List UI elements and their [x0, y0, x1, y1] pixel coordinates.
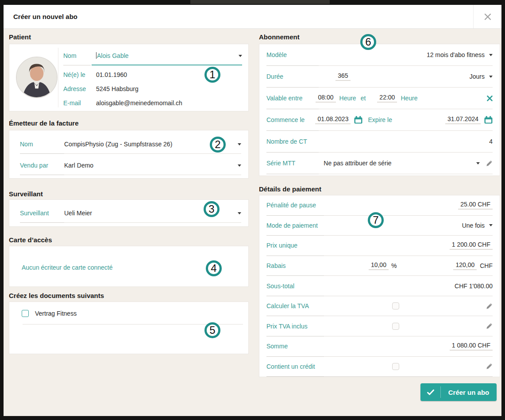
access-card-status: Aucun écriteur de carte connecté [22, 264, 112, 271]
payment-mode-dropdown-caret[interactable] [489, 224, 493, 226]
supervisor-underline [20, 222, 241, 223]
patient-photo [17, 57, 57, 97]
valid-to-unit[interactable]: Heure [401, 95, 417, 102]
vat-incl-row: Prix TVA inclus [266, 316, 493, 336]
unit-price-label: Prix unique [266, 242, 297, 249]
create-subscription-dialog: Créer un nouvel abo Patient [4, 5, 501, 416]
annotation-circle-7: 7 [368, 212, 384, 228]
documents-section-title: Créez les documents suivants [9, 292, 104, 299]
ct-count-label: Nombre de CT [266, 138, 307, 145]
discount-percent-input[interactable]: 10,00 [369, 261, 389, 270]
issuer-seller-value[interactable]: Karl Demo [64, 162, 93, 169]
subtotal-value: CHF 1'080.00 [455, 283, 493, 290]
close-button[interactable] [473, 5, 501, 28]
model-value[interactable]: 12 mois d'abo fitness [427, 51, 485, 58]
model-row: Modèle 12 mois d'abo fitness [266, 44, 493, 66]
valid-and-label: et [361, 95, 366, 102]
discount-percent-unit: % [391, 262, 397, 269]
ct-count-row: Nombre de CT 4 [266, 131, 493, 153]
valid-between-row: Valable entre 08:00 Heure et 22:00 Heure [266, 88, 493, 109]
end-date-input[interactable]: 31.07.2024 [445, 115, 481, 124]
clear-validity-icon[interactable] [487, 95, 493, 101]
vat-incl-edit-icon[interactable] [486, 323, 493, 329]
credit-row: Contient un crédit [266, 357, 493, 377]
duration-unit-dropdown-caret[interactable] [489, 76, 493, 78]
supervisor-section-title: Surveillant [9, 190, 43, 198]
supervisor-dropdown-caret[interactable] [238, 212, 241, 214]
discount-row: Rabais 10,00 % 120,00 CHF [266, 256, 493, 276]
issuer-name-value[interactable]: CompisPhysio (Zug - Sumpfstrasse 26) [64, 141, 172, 148]
patient-name-label: Nom [63, 52, 96, 59]
credit-checkbox[interactable] [392, 363, 399, 370]
end-calendar-icon[interactable] [484, 116, 493, 124]
discount-amount-input[interactable]: 120,00 [453, 261, 477, 270]
start-label: Commence le [266, 116, 305, 123]
document-item-row: Vertrag Fitness [22, 310, 77, 317]
credit-edit-icon[interactable] [486, 363, 493, 370]
mtt-series-row: Série MTT Ne pas attribuer de série [266, 153, 493, 174]
discount-amount-unit: CHF [480, 262, 493, 269]
valid-from-unit[interactable]: Heure [339, 95, 356, 102]
dialog-title: Créer un nouvel abo [13, 5, 77, 29]
start-date-input[interactable]: 01.08.2023 [315, 115, 351, 124]
patient-birth-value: 01.01.1960 [96, 71, 127, 78]
issuer-name-row: Nom CompisPhysio (Zug - Sumpfstrasse 26) [20, 137, 241, 152]
patient-email-value: aloisgable@meinedemomail.ch [96, 99, 182, 107]
duration-label: Durée [266, 73, 283, 80]
dialog-header: Créer un nouvel abo [4, 5, 501, 29]
patient-birth-label: Né(e) le [63, 71, 96, 78]
patient-name-dropdown-caret[interactable] [239, 55, 242, 57]
check-icon [420, 386, 441, 398]
sum-value[interactable]: 1 080.00 CHF [450, 342, 493, 351]
vat-calc-edit-icon[interactable] [486, 303, 493, 309]
valid-from-input[interactable]: 08:00 [316, 94, 335, 103]
sum-row: Somme 1 080.00 CHF [266, 336, 493, 357]
model-label: Modèle [266, 51, 287, 58]
start-calendar-icon[interactable] [354, 116, 362, 124]
duration-unit[interactable]: Jours [470, 73, 485, 80]
issuer-seller-row: Vendu par Karl Demo [20, 158, 241, 173]
vat-calc-row: Calculer la TVA [266, 296, 493, 317]
duration-input[interactable]: 365 [335, 72, 350, 81]
vat-calc-label: Calculer la TVA [266, 302, 309, 309]
ct-count-value[interactable]: 4 [489, 138, 493, 145]
payment-mode-label: Mode de paiement [266, 222, 318, 229]
subtotal-label: Sous-total [266, 283, 294, 290]
screen: Créer un nouvel abo Patient [0, 0, 505, 420]
document-checkbox[interactable] [22, 310, 29, 317]
patient-name-input[interactable]: Alois Gable [96, 52, 129, 59]
close-icon [484, 13, 492, 21]
pause-penalty-row: Pénalité de pause 25.00 CHF [266, 195, 493, 216]
model-dropdown-caret[interactable] [489, 54, 493, 56]
mtt-series-dropdown-caret[interactable] [476, 162, 480, 164]
mtt-series-edit-icon[interactable] [486, 160, 493, 167]
issuer-seller-dropdown-caret[interactable] [238, 164, 241, 167]
duration-row: Durée 365 Jours [266, 66, 493, 88]
payment-mode-value[interactable]: Une fois [462, 222, 485, 229]
valid-to-input[interactable]: 22:00 [377, 94, 397, 103]
annotation-circle-2: 2 [210, 137, 226, 153]
annotation-circle-1: 1 [204, 67, 220, 83]
patient-card-divider [58, 48, 58, 107]
issuer-card: Nom CompisPhysio (Zug - Sumpfstrasse 26)… [9, 130, 249, 179]
text-cursor [96, 52, 96, 59]
issuer-name-dropdown-caret[interactable] [238, 143, 241, 145]
pause-penalty-value[interactable]: 25.00 CHF [458, 201, 493, 210]
dates-row: Commence le 01.08.2023 Expire le 31.07.2… [266, 109, 493, 131]
subscription-card: Modèle 12 mois d'abo fitness Durée 365 J… [259, 44, 500, 176]
patient-address-label: Adresse [63, 85, 96, 92]
unit-price-value[interactable]: 1 200.00 CHF [450, 241, 493, 250]
access-card-section-title: Carte d’accès [9, 236, 52, 244]
mtt-series-label: Série MTT [266, 160, 295, 167]
discount-label: Rabais [266, 262, 286, 269]
name-input-focus-underline [92, 65, 242, 65]
annotation-circle-5: 5 [204, 322, 220, 338]
patient-section-title: Patient [9, 33, 31, 41]
valid-between-label: Valable entre [266, 95, 302, 102]
mtt-series-value[interactable]: Ne pas attribuer de série [324, 160, 391, 167]
vat-calc-checkbox[interactable] [392, 302, 399, 309]
create-subscription-button[interactable]: Créer un abo [420, 383, 497, 401]
annotation-circle-3: 3 [204, 201, 220, 217]
vat-incl-checkbox[interactable] [392, 323, 399, 330]
supervisor-value[interactable]: Ueli Meier [64, 210, 92, 217]
